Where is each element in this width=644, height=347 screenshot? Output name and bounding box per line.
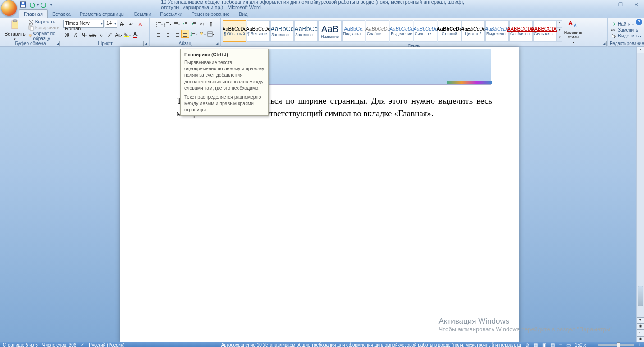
office-button[interactable] [1, 0, 17, 16]
tab-вставка[interactable]: Вставка [48, 10, 75, 18]
underline-button[interactable]: Ч▾ [80, 31, 88, 39]
zoom-in-button[interactable]: + [639, 342, 641, 347]
font-name-combo[interactable]: Times New Roman▾ [63, 20, 104, 28]
grow-font-button[interactable]: A▴ [118, 20, 126, 28]
tab-вид[interactable]: Вид [234, 10, 252, 18]
style-gallery[interactable]: AaBbCcDc¶ ОбычныйAaBbCcDc¶ Без инте…AaBb… [223, 20, 557, 42]
tab-разметка-страницы[interactable]: Разметка страницы [75, 10, 129, 18]
copy-button[interactable]: Копировать [28, 25, 59, 31]
font-size-combo[interactable]: 14▾ [105, 20, 117, 28]
status-page[interactable]: Страница: 5 из 5 [3, 342, 38, 347]
undo-button[interactable] [28, 0, 36, 9]
subscript-button[interactable]: x₂ [97, 31, 105, 39]
clear-format-button[interactable]: A [136, 20, 144, 28]
align-right-button[interactable] [173, 30, 181, 38]
redo-button[interactable] [40, 0, 48, 9]
cut-button[interactable]: Вырезать [28, 19, 59, 25]
gallery-down[interactable]: ▾ [557, 28, 562, 35]
style-выделенн[interactable]: AaBbCcDcВыделенн… [485, 20, 509, 42]
maximize-button[interactable]: ❐ [614, 1, 627, 8]
superscript-button[interactable]: x² [106, 31, 114, 39]
tab-ссылки[interactable]: Ссылки [129, 10, 156, 18]
find-button[interactable]: Найти▾ [611, 22, 641, 27]
paragraph-launcher[interactable]: ◢ [215, 41, 219, 46]
scroll-down[interactable]: ▾ [637, 317, 644, 324]
view-full-screen[interactable]: ▣ [542, 342, 546, 347]
minimize-button[interactable]: — [599, 1, 612, 8]
numbering-button[interactable]: 123▾ [164, 20, 172, 28]
increase-indent-button[interactable] [190, 20, 198, 28]
gallery-up[interactable]: ▴ [557, 21, 562, 28]
view-web[interactable]: ▤ [551, 342, 555, 347]
replace-button[interactable]: abЗаменить [611, 27, 641, 33]
style-заголово[interactable]: AaBbCcЗаголово… [294, 20, 318, 42]
svg-rect-49 [192, 32, 195, 32]
align-left-button[interactable] [155, 30, 164, 38]
decrease-indent-button[interactable] [181, 20, 189, 28]
font-launcher[interactable]: ◢ [143, 41, 148, 46]
font-color-button[interactable]: A▾ [132, 31, 140, 39]
status-language[interactable]: Русский (Россия) [89, 342, 124, 347]
align-center-button[interactable] [164, 30, 172, 38]
view-print-layout[interactable]: ▦ [534, 342, 538, 347]
bold-button[interactable]: Ж [63, 31, 71, 39]
bullets-button[interactable]: ▾ [155, 20, 164, 28]
styles-launcher[interactable]: ◢ [602, 41, 607, 46]
zoom-thumb[interactable] [617, 342, 620, 347]
style-строгий[interactable]: AaBbCcDcСтрогий [438, 20, 461, 42]
multilevel-button[interactable]: ▾ [173, 20, 181, 28]
window-title: 10 Устанавливаем общие требования для оф… [161, 0, 483, 10]
clipboard-launcher[interactable]: ◢ [55, 41, 60, 46]
change-case-button[interactable]: Aa▾ [114, 31, 123, 39]
line-spacing-button[interactable]: ▾ [190, 30, 198, 38]
scroll-up[interactable]: ▴ [637, 47, 644, 53]
svg-rect-4 [13, 20, 17, 22]
svg-rect-45 [183, 32, 187, 32]
style-выделение[interactable]: AaBbCcDcВыделение [390, 20, 413, 42]
highlight-button[interactable]: ▾ [123, 31, 131, 39]
view-draft[interactable]: ▭ [566, 342, 571, 347]
style-обычный[interactable]: AaBbCcDc¶ Обычный [223, 20, 246, 42]
browse-object-button[interactable]: ○ [637, 330, 644, 336]
select-button[interactable]: Выделить▾ [611, 33, 641, 39]
sort-button[interactable]: А↓ [198, 20, 206, 28]
shrink-font-button[interactable]: A▾ [127, 20, 135, 28]
zoom-level[interactable]: 150% [575, 342, 587, 347]
style-подзагол[interactable]: AaBbCc.Подзагол… [342, 20, 365, 42]
next-page-button[interactable]: ◉ [637, 336, 644, 342]
style-сильное[interactable]: AaBbCcDcСильное … [414, 20, 437, 42]
strike-button[interactable]: abc [89, 31, 97, 39]
shading-button[interactable]: ▾ [198, 30, 206, 38]
style-слабоев[interactable]: AaBbCcDcСлабое в… [366, 20, 389, 42]
page[interactable] [120, 47, 519, 342]
style-заголово[interactable]: AaBbCcЗаголово… [270, 20, 294, 42]
track-changes-icon[interactable]: ⊘ [525, 342, 529, 347]
vertical-scrollbar[interactable]: ▴ ▾ ◉ ○ ◉ [636, 47, 644, 342]
style-цитата2[interactable]: AaBbCcDcЦитата 2 [461, 20, 485, 42]
show-marks-button[interactable]: ¶ [207, 20, 215, 28]
change-styles-button[interactable]: AA Изменить стили▾ [562, 19, 584, 44]
scroll-thumb[interactable] [638, 286, 643, 306]
italic-button[interactable]: К [72, 31, 80, 39]
gallery-more[interactable]: ▿ [557, 35, 562, 42]
paste-button[interactable]: Вставить ▾ [2, 19, 28, 41]
style-слабаясс[interactable]: AABBCCDCСлабая сс… [509, 20, 533, 42]
tab-рецензирование[interactable]: Рецензирование [187, 10, 234, 18]
view-outline[interactable]: ≡ [559, 342, 562, 347]
style-название[interactable]: АаВНазвание [318, 20, 342, 42]
close-button[interactable]: ✕ [630, 1, 642, 8]
prev-page-button[interactable]: ◉ [637, 324, 644, 330]
format-painter-button[interactable]: Формат по образцу [28, 31, 59, 41]
status-words[interactable]: Число слов: 306 [42, 342, 77, 347]
align-justify-button[interactable] [181, 30, 189, 38]
spellcheck-icon[interactable]: ✓ [81, 342, 84, 347]
style-безинте[interactable]: AaBbCcDc¶ Без инте… [247, 20, 270, 42]
tab-рассылки[interactable]: Рассылки [155, 10, 187, 18]
save-button[interactable] [19, 0, 27, 9]
tab-главная[interactable]: Главная [19, 9, 48, 18]
style-сильнаяс[interactable]: AABBCCDCСильная с… [533, 20, 557, 42]
borders-button[interactable]: ▾ [207, 30, 215, 38]
zoom-slider[interactable] [598, 344, 634, 346]
zoom-out-button[interactable]: − [591, 342, 594, 347]
justify-tooltip: По ширине (Ctrl+J) Выравнивание текста о… [180, 49, 269, 116]
